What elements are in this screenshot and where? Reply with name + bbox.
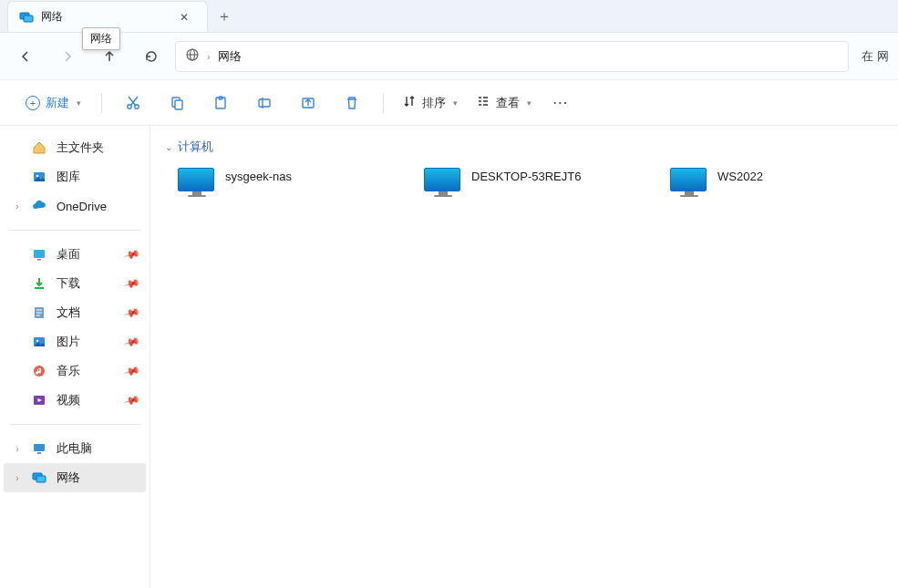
view-button[interactable]: 查看 ▾: [469, 88, 539, 117]
sidebar-item-label: 网络: [57, 469, 80, 486]
sidebar-item-label: 文档: [57, 304, 80, 321]
breadcrumb-separator: ›: [207, 51, 211, 62]
sidebar-item-label: OneDrive: [57, 200, 107, 213]
sidebar-item-label: 图片: [57, 334, 80, 350]
separator: [383, 93, 384, 113]
onedrive-icon: [31, 199, 47, 213]
command-bar: + 新建 ▾ 排序 ▾ 查看 ▾ ···: [0, 80, 898, 126]
svg-point-13: [36, 175, 39, 178]
sidebar-item-this-pc[interactable]: › 此电脑: [4, 434, 146, 463]
forward-button[interactable]: [49, 40, 86, 73]
share-button[interactable]: [288, 87, 328, 119]
computer-icon: [178, 168, 216, 199]
main-area: › 主文件夹 › 图库 › OneDrive ›桌面📌›下载📌›文档📌›图片📌›…: [0, 126, 898, 588]
sidebar-item-gallery[interactable]: › 图库: [4, 162, 146, 191]
view-button-label: 查看: [496, 95, 520, 111]
rename-button[interactable]: [244, 87, 284, 119]
expand-caret[interactable]: ›: [13, 201, 22, 211]
nav-bar: › 网络 在 网: [0, 33, 898, 80]
view-icon: [476, 94, 490, 111]
sidebar-divider: [9, 424, 140, 425]
expand-caret[interactable]: ›: [13, 444, 22, 454]
paste-button[interactable]: [201, 87, 241, 119]
pin-icon: 📌: [123, 391, 141, 409]
svg-rect-15: [37, 259, 41, 261]
more-button[interactable]: ···: [542, 90, 580, 115]
computer-item[interactable]: DESKTOP-53REJT6: [420, 164, 639, 202]
sidebar-item-pictures[interactable]: ›图片📌: [4, 327, 146, 356]
computer-icon: [670, 168, 708, 199]
globe-icon: [185, 47, 200, 66]
content-pane: ⌄ 计算机 sysgeek-nasDESKTOP-53REJT6WS2022: [150, 126, 898, 588]
delete-button[interactable]: [332, 87, 372, 119]
network-icon: [19, 10, 34, 25]
sidebar-item-label: 视频: [57, 392, 80, 408]
pictures-icon: [31, 335, 47, 349]
pin-icon: 📌: [123, 333, 141, 351]
home-icon: [31, 140, 47, 155]
new-tab-button[interactable]: ＋: [208, 1, 241, 32]
chevron-down-icon: ▾: [77, 98, 81, 108]
svg-rect-10: [259, 99, 270, 107]
svg-rect-7: [175, 100, 182, 109]
tab-bar: 网络 ✕ ＋ 网络: [0, 0, 898, 33]
videos-icon: [31, 393, 47, 407]
downloads-icon: [31, 276, 47, 291]
sidebar-item-label: 此电脑: [57, 440, 92, 457]
svg-rect-1: [24, 15, 33, 22]
computer-name: sysgeek-nas: [225, 168, 292, 183]
pin-icon: 📌: [123, 362, 141, 380]
this-pc-icon: [31, 441, 47, 456]
cut-button[interactable]: [113, 87, 153, 119]
sidebar-item-network[interactable]: › 网络: [4, 463, 146, 492]
sidebar-item-label: 桌面: [57, 246, 80, 263]
new-button[interactable]: + 新建 ▾: [16, 89, 90, 117]
chevron-down-icon: ▾: [453, 98, 458, 108]
computer-name: DESKTOP-53REJT6: [471, 168, 581, 183]
nav-pane: › 主文件夹 › 图库 › OneDrive ›桌面📌›下载📌›文档📌›图片📌›…: [0, 126, 150, 588]
music-icon: [31, 364, 47, 378]
sidebar-item-onedrive[interactable]: › OneDrive: [4, 191, 146, 221]
svg-point-18: [36, 340, 39, 343]
pin-icon: 📌: [123, 274, 141, 293]
group-header-label: 计算机: [178, 139, 213, 155]
sidebar-item-videos[interactable]: ›视频📌: [4, 386, 146, 415]
computer-item[interactable]: WS2022: [666, 164, 885, 202]
new-button-label: 新建: [46, 95, 69, 111]
network-icon: [31, 470, 47, 485]
sidebar-item-documents[interactable]: ›文档📌: [4, 298, 146, 327]
back-button[interactable]: [7, 40, 44, 73]
sort-button[interactable]: 排序 ▾: [395, 88, 465, 117]
search-box[interactable]: 在 网: [854, 48, 891, 65]
copy-button[interactable]: [157, 87, 197, 119]
tab-close-button[interactable]: ✕: [172, 5, 196, 29]
breadcrumb-network[interactable]: 网络: [218, 48, 242, 65]
tab-title: 网络: [41, 9, 165, 25]
chevron-down-icon: ▾: [527, 98, 532, 108]
svg-rect-24: [36, 476, 46, 482]
address-bar[interactable]: › 网络: [175, 41, 849, 72]
pin-icon: 📌: [123, 304, 141, 322]
sidebar-item-desktop[interactable]: ›桌面📌: [4, 240, 146, 269]
documents-icon: [31, 305, 47, 320]
pin-icon: 📌: [123, 245, 141, 263]
computers-grid: sysgeek-nasDESKTOP-53REJT6WS2022: [161, 164, 887, 202]
svg-rect-14: [34, 250, 45, 258]
desktop-icon: [31, 247, 47, 262]
separator: [101, 93, 102, 113]
computer-icon: [424, 168, 462, 199]
group-header-computers[interactable]: ⌄ 计算机: [165, 139, 887, 155]
sort-icon: [402, 94, 417, 111]
refresh-button[interactable]: [133, 40, 170, 73]
plus-icon: +: [26, 96, 40, 110]
sidebar-item-home[interactable]: › 主文件夹: [4, 133, 146, 162]
sidebar-item-label: 图库: [57, 169, 80, 185]
computer-item[interactable]: sysgeek-nas: [174, 164, 393, 202]
sort-button-label: 排序: [422, 95, 446, 111]
sidebar-item-music[interactable]: ›音乐📌: [4, 356, 146, 386]
sidebar-item-label: 下载: [57, 275, 80, 292]
computer-name: WS2022: [717, 168, 763, 183]
expand-caret[interactable]: ›: [13, 473, 22, 483]
sidebar-item-downloads[interactable]: ›下载📌: [4, 269, 146, 298]
tab-tooltip: 网络: [82, 27, 120, 50]
